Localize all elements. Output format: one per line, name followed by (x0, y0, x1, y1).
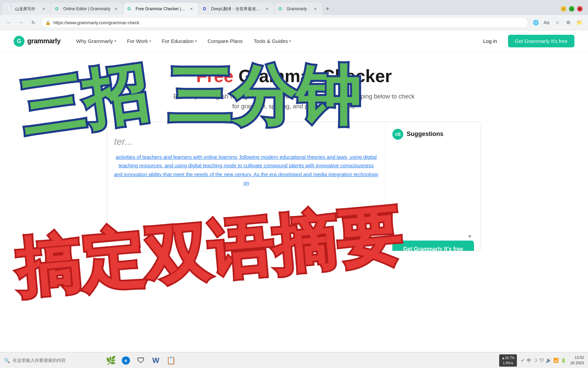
whiteboard-app-icon: 📋 (166, 356, 176, 365)
nav-tools-guides[interactable]: Tools & Guides ▾ (249, 35, 296, 47)
tab-bar: 📄 山龙果写作 ✕ G Online Editor | Grammarly ✕ … (0, 0, 588, 15)
toolbar-icons: 🌐 Aa ☆ ⚙ 📁 (531, 18, 584, 27)
url-bar[interactable]: 🔒 https://www.grammarly.com/grammar-chec… (41, 17, 528, 28)
hero-section: Free Grammar Checker Ensure your English… (0, 52, 588, 258)
nav-why-grammarly[interactable]: Why Grammarly ▾ (71, 35, 121, 47)
taskbar-app-security[interactable]: 🛡 (135, 354, 147, 367)
tab-3-close[interactable]: ✕ (189, 6, 194, 12)
word-app-icon: W (152, 356, 160, 365)
taskbar-app-edge[interactable]: e (120, 354, 132, 367)
new-tab-button[interactable]: + (323, 4, 332, 14)
tab-2-title: Online Editor | Grammarly (63, 6, 111, 11)
browser-chrome: 📄 山龙果写作 ✕ G Online Editor | Grammarly ✕ … (0, 0, 588, 30)
wifi-icon[interactable]: 📶 (553, 358, 559, 363)
settings-icon[interactable]: ⚙ (564, 18, 573, 27)
tab-2[interactable]: G Online Editor | Grammarly ✕ (51, 3, 123, 15)
forward-button[interactable]: → (16, 18, 26, 27)
taskbar-time-text: 13:52 (570, 355, 584, 360)
nav-for-work[interactable]: For Work ▾ (122, 35, 156, 47)
shield-sys-icon[interactable]: 🛡 (539, 358, 544, 363)
check-icon[interactable]: ✓ (521, 358, 525, 363)
for-education-chevron-icon: ▾ (195, 39, 197, 43)
address-bar: ← → ↻ 🔒 https://www.grammarly.com/gramma… (0, 15, 588, 30)
suggestions-label: Suggestions (407, 131, 443, 138)
taskbar-search[interactable]: 🔍 在这里输入你要搜索的内容 (4, 357, 99, 364)
logo-icon: G (14, 36, 24, 47)
translate-icon[interactable]: 🌐 (531, 18, 540, 27)
taskbar-date-text: 20 2023 (570, 361, 584, 366)
url-text: https://www.grammarly.com/grammar-check (53, 20, 524, 25)
hero-title: Free Grammar Checker (7, 66, 581, 86)
signup-button[interactable]: Get Grammarly It's free (508, 35, 574, 47)
maximize-button[interactable]: □ (569, 6, 574, 12)
tab-1-close[interactable]: ✕ (41, 6, 46, 12)
performance-indicator: ▲36.7% 1.8%/s (499, 354, 517, 367)
taskbar-clock[interactable]: 13:52 20 2023 (570, 355, 584, 366)
battery-icon[interactable]: 🔋 (561, 358, 566, 363)
grammarly-nav: G grammarly Why Grammarly ▾ For Work ▾ F… (0, 30, 588, 52)
plant-app-icon: 🌿 (106, 356, 116, 365)
perf-line-2: 1.8%/s (502, 361, 514, 366)
editor-area: ter... activities of teachers and learne… (107, 122, 481, 251)
close-window-button[interactable]: ✕ (577, 6, 583, 12)
collections-icon[interactable]: 📁 (574, 18, 584, 27)
nav-for-education[interactable]: For Education ▾ (157, 35, 201, 47)
back-button[interactable]: ← (4, 18, 14, 27)
taskbar-app-icons: 🌿 e 🛡 W 📋 (102, 354, 180, 367)
tab-3-favicon: G (128, 6, 133, 12)
nav-right: Log in Get Grammarly It's free (478, 35, 574, 47)
tab-2-favicon: G (55, 6, 61, 12)
tab-2-close[interactable]: ✕ (113, 6, 119, 12)
website-content: G grammarly Why Grammarly ▾ For Work ▾ F… (0, 30, 588, 352)
tab-1[interactable]: 📄 山龙果写作 ✕ (3, 3, 50, 15)
tab-4[interactable]: D DeepL翻译：全世界最准确的翻... ✕ (199, 3, 274, 15)
hero-subtitle: Ensure your English writing is mistake-f… (172, 92, 416, 111)
hero-title-rest: Grammar Checker (239, 66, 392, 86)
taskbar-app-plant[interactable]: 🌿 (105, 354, 117, 367)
speaker-icon[interactable]: 🔊 (546, 358, 551, 363)
tab-5-close[interactable]: ✕ (313, 6, 318, 12)
taskbar-search-text: 在这里输入你要搜索的内容 (13, 357, 66, 364)
taskbar-app-whiteboard[interactable]: 📋 (165, 354, 177, 367)
nav-compare-plans[interactable]: Compare Plans (203, 35, 247, 47)
grammarly-logo[interactable]: G grammarly (14, 36, 61, 47)
refresh-button[interactable]: ↻ (29, 18, 38, 27)
edge-icon: e (121, 356, 131, 365)
nav-why-grammarly-label: Why Grammarly (76, 38, 113, 44)
svg-text:e: e (125, 358, 127, 363)
taskbar-app-word[interactable]: W (150, 354, 162, 367)
nav-for-education-label: For Education (162, 38, 194, 44)
favorites-icon[interactable]: ☆ (553, 18, 562, 27)
editor-sidebar: G 8 Suggestions Get Grammarly It's free … (386, 122, 481, 251)
login-button[interactable]: Log in (478, 35, 503, 47)
lang-icon[interactable]: 中 (527, 357, 531, 364)
reader-icon[interactable]: Aa (542, 18, 551, 27)
minimize-button[interactable]: ─ (561, 6, 566, 12)
tab-4-title: DeepL翻译：全世界最准确的翻... (211, 6, 262, 12)
tab-3-title: Free Grammar Checker | Gramm... (136, 6, 186, 11)
security-app-icon: 🛡 (137, 356, 145, 365)
tab-4-close[interactable]: ✕ (264, 6, 270, 12)
suggestions-header: G 8 Suggestions (392, 129, 474, 140)
for-work-chevron-icon: ▾ (149, 39, 151, 43)
editor-body-text[interactable]: activities of teachers and learners with… (114, 153, 378, 187)
nav-tools-guides-label: Tools & Guides (254, 38, 288, 44)
tab-1-favicon: 📄 (7, 6, 12, 12)
why-grammarly-chevron-icon: ▾ (114, 39, 116, 43)
nav-compare-plans-label: Compare Plans (208, 38, 243, 44)
tab-1-title: 山龙果写作 (15, 6, 38, 12)
taskbar: 🔍 在这里输入你要搜索的内容 🌿 e 🛡 W 📋 ▲36.7% 1.8%/s (0, 352, 588, 368)
tools-guides-chevron-icon: ▾ (289, 39, 291, 43)
nav-for-work-label: For Work (127, 38, 148, 44)
hero-title-free: Free (196, 66, 238, 86)
tab-5-favicon: G (279, 6, 284, 12)
tab-5-title: Grammarly (287, 6, 310, 11)
editor-main[interactable]: ter... activities of teachers and learne… (107, 122, 386, 251)
get-grammarly-sidebar-button[interactable]: Get Grammarly It's free (392, 241, 474, 251)
taskbar-right: ▲36.7% 1.8%/s ✓ 中 ☽ 🛡 🔊 📶 🔋 13:52 20 202… (499, 354, 584, 367)
suggestions-badge: G 8 (392, 129, 403, 140)
moon-icon[interactable]: ☽ (533, 358, 537, 363)
tab-3[interactable]: G Free Grammar Checker | Gramm... ✕ (124, 3, 198, 15)
logo-text: grammarly (27, 37, 61, 45)
tab-5[interactable]: G Grammarly ✕ (275, 3, 322, 15)
